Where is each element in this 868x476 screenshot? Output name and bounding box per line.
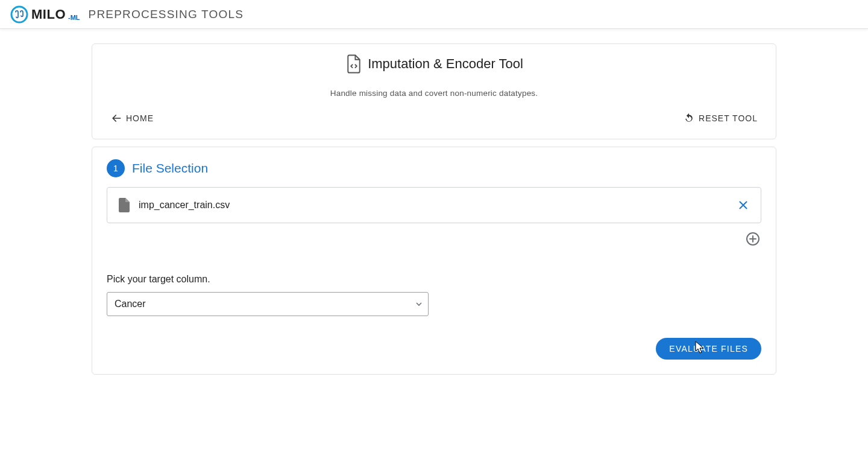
- arrow-left-icon: [110, 112, 122, 124]
- tool-subtitle: Handle missing data and covert non-numer…: [107, 89, 761, 98]
- evaluate-files-button[interactable]: EVALUATE FILES: [656, 338, 761, 360]
- reset-button-label: RESET TOOL: [699, 113, 758, 123]
- step-number-badge: 1: [107, 159, 125, 177]
- close-icon: [737, 198, 750, 212]
- app-bar: MILO -ML PREPROCESSING TOOLS: [0, 0, 868, 29]
- target-column-label: Pick your target column.: [107, 274, 761, 285]
- brand-logo[interactable]: MILO -ML: [10, 5, 80, 24]
- code-file-icon: [345, 54, 363, 74]
- tool-actions: HOME RESET TOOL: [107, 110, 761, 127]
- step-header: 1 File Selection: [107, 159, 761, 177]
- add-file-row: [107, 230, 761, 247]
- tool-title: Imputation & Encoder Tool: [368, 56, 523, 72]
- home-button[interactable]: HOME: [107, 110, 157, 127]
- add-file-button[interactable]: [744, 230, 761, 247]
- tool-header-card: Imputation & Encoder Tool Handle missing…: [92, 43, 776, 139]
- brand-suffix: -ML: [68, 14, 80, 21]
- step-title: File Selection: [132, 161, 208, 176]
- appbar-title: PREPROCESSING TOOLS: [89, 8, 244, 21]
- file-icon: [118, 198, 130, 212]
- evaluate-row: EVALUATE FILES: [107, 338, 761, 360]
- file-name: imp_cancer_train.csv: [139, 200, 728, 211]
- plus-circle-icon: [746, 232, 760, 246]
- target-select-wrap: [107, 292, 429, 316]
- brand-name: MILO: [31, 7, 66, 22]
- file-row: imp_cancer_train.csv: [107, 187, 761, 223]
- svg-point-0: [11, 7, 27, 22]
- brain-icon: [10, 5, 29, 24]
- target-column-select[interactable]: [107, 292, 429, 316]
- reset-button[interactable]: RESET TOOL: [679, 110, 761, 127]
- remove-file-button[interactable]: [737, 198, 750, 212]
- reset-icon: [683, 112, 695, 124]
- home-button-label: HOME: [126, 113, 154, 123]
- tool-title-row: Imputation & Encoder Tool: [107, 54, 761, 74]
- file-selection-card: 1 File Selection imp_cancer_train.csv Pi…: [92, 147, 776, 375]
- page-content: Imputation & Encoder Tool Handle missing…: [0, 29, 868, 396]
- evaluate-files-label: EVALUATE FILES: [669, 344, 748, 354]
